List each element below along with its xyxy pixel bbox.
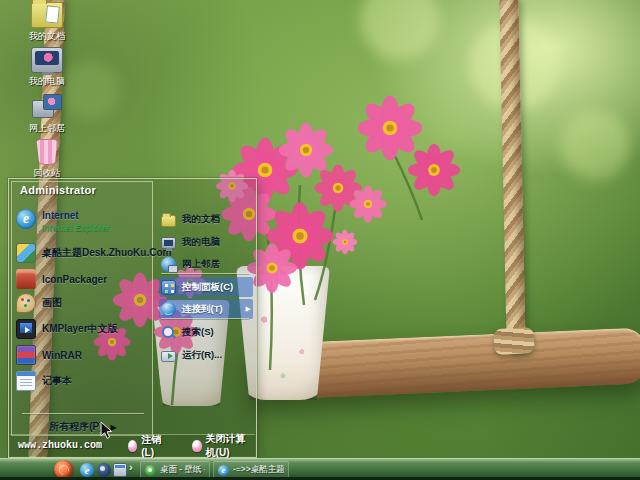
menu-item-search[interactable]: 搜索(S): [159, 322, 253, 342]
desktop-icon-label: 我的文档: [14, 30, 80, 43]
menu-item-label: 搜索(S): [182, 326, 214, 339]
menu-separator: [161, 273, 249, 274]
menu-item-connect-to[interactable]: 连接到(T) ▶: [159, 299, 253, 319]
kmplayer-icon: [16, 319, 36, 339]
mouse-cursor: [100, 421, 113, 440]
my-documents-icon: [161, 215, 176, 227]
shutdown-label: 关闭计算机(U): [206, 432, 255, 460]
network-places-icon: [31, 94, 63, 120]
menu-item-label: 画图: [42, 296, 62, 310]
menu-item-label: 我的文档: [182, 213, 220, 226]
start-menu: Administrator e Internet Internet Explor…: [8, 178, 257, 458]
logoff-label: 注销(L): [141, 433, 166, 458]
winrar-icon: [16, 345, 36, 365]
zhuoku-theme-icon: [16, 243, 36, 263]
desktop-screen: 我的文档 我的电脑 网上邻居 回收站 Administrator e Inter…: [0, 0, 640, 480]
desktop-icon-network-places[interactable]: 网上邻居: [14, 94, 80, 135]
quick-launch-chevron-icon[interactable]: ›: [129, 461, 133, 473]
menu-item-label: 连接到(T): [182, 303, 223, 316]
menu-item-label: Internet: [42, 210, 79, 221]
my-computer-icon: [161, 237, 176, 249]
bokeh-light: [360, 0, 440, 60]
notepad-icon: [16, 371, 36, 391]
logoff-button[interactable]: 注销(L): [128, 433, 166, 458]
menu-item-kmplayer[interactable]: KMPlayer中文版: [16, 318, 148, 340]
submenu-arrow-icon: ▶: [246, 305, 251, 313]
menu-item-label: WinRAR: [42, 350, 82, 361]
all-programs-label: 所有程序(P): [49, 420, 102, 434]
rope-knot: [493, 327, 534, 355]
internet-explorer-icon: e: [218, 465, 229, 476]
menu-item-winrar[interactable]: WinRAR: [16, 344, 148, 366]
bokeh-light: [560, 110, 630, 180]
menu-item-label: KMPlayer中文版: [42, 322, 118, 336]
menu-item-label: 桌酷主题Desk.ZhuoKu.Com: [42, 246, 171, 260]
menu-item-label: IconPackager: [42, 274, 107, 285]
desktop-icon-recycle-bin[interactable]: 回收站: [14, 139, 80, 180]
menu-item-my-documents[interactable]: 我的文档: [159, 209, 253, 229]
my-computer-icon: [31, 47, 63, 73]
menu-item-notepad[interactable]: 记事本: [16, 370, 148, 392]
recycle-bin-icon: [35, 139, 59, 165]
menu-item-internet[interactable]: e Internet Internet Explorer: [16, 208, 148, 230]
search-icon: [161, 325, 176, 340]
taskbar-button-label: 桌面 - 壁纸 - 桌酷...: [160, 464, 205, 476]
zhuoku-site-link[interactable]: www.zhuoku.com: [18, 440, 102, 451]
menu-item-label: 记事本: [42, 374, 72, 388]
quick-launch-app-icon[interactable]: [97, 463, 111, 477]
menu-item-label: 网上邻居: [182, 258, 220, 271]
quick-launch-show-desktop-icon[interactable]: [113, 463, 127, 477]
menu-item-control-panel[interactable]: 控制面板(C): [159, 277, 253, 297]
desktop-icon-my-documents[interactable]: 我的文档: [14, 2, 80, 43]
menu-separator: [22, 413, 144, 414]
connect-to-globe-icon: [161, 302, 176, 317]
control-panel-icon: [161, 280, 176, 295]
menu-separator: [161, 318, 249, 319]
start-menu-right-column: 我的文档 我的电脑 网上邻居 控制面板(C) 连接到(T) ▶: [155, 181, 256, 436]
menu-item-run[interactable]: 运行(R)...: [159, 345, 253, 365]
zhuoku-app-icon: [145, 465, 156, 476]
menu-item-sublabel: Internet Explorer: [42, 223, 110, 233]
desktop-icon-label: 我的电脑: [14, 75, 80, 88]
start-menu-left-column: e Internet Internet Explorer 桌酷主题Desk.Zh…: [11, 181, 153, 436]
desktop-icon-my-computer[interactable]: 我的电脑: [14, 47, 80, 88]
run-icon: [161, 351, 176, 362]
menu-item-label: 运行(R)...: [182, 349, 222, 362]
quick-launch-ie-icon[interactable]: e: [80, 463, 94, 477]
shutdown-icon: [192, 440, 201, 452]
desktop-icon-label: 网上邻居: [14, 122, 80, 135]
menu-item-network-places[interactable]: 网上邻居: [159, 254, 253, 274]
internet-explorer-icon: e: [16, 209, 36, 229]
start-button[interactable]: [54, 460, 73, 479]
network-places-icon: [161, 257, 176, 272]
taskbar-button-label: -=>>桌酷主题 - Mi...: [233, 464, 284, 476]
menu-item-label: 我的电脑: [182, 236, 220, 249]
menu-item-zhuoku-theme[interactable]: 桌酷主题Desk.ZhuoKu.Com: [16, 242, 148, 264]
my-documents-icon: [31, 2, 63, 28]
taskbar: e › 桌面 - 壁纸 - 桌酷... e -=>>桌酷主题 - Mi... «…: [0, 458, 640, 480]
shutdown-button[interactable]: 关闭计算机(U): [192, 432, 255, 460]
start-menu-footer: www.zhuoku.com 注销(L) 关闭计算机(U): [10, 434, 255, 456]
menu-item-my-computer[interactable]: 我的电脑: [159, 232, 253, 252]
menu-item-paint[interactable]: 画图: [16, 292, 148, 314]
menu-item-label: 控制面板(C): [182, 281, 233, 294]
menu-item-iconpackager[interactable]: IconPackager: [16, 268, 148, 290]
iconpackager-icon: [16, 269, 36, 289]
taskbar-button-ie-window[interactable]: e -=>>桌酷主题 - Mi...: [213, 461, 289, 479]
taskbar-button-wallpaper-window[interactable]: 桌面 - 壁纸 - 桌酷...: [140, 461, 210, 479]
logoff-icon: [128, 440, 137, 452]
paint-palette-icon: [16, 293, 36, 313]
